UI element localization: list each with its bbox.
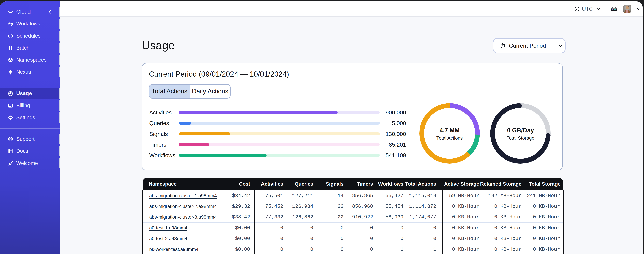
svg-text:4.7 MM: 4.7 MM	[440, 127, 460, 134]
svg-text:0 GB/Day: 0 GB/Day	[507, 127, 534, 134]
svg-text:Total Storage: Total Storage	[507, 136, 534, 140]
svg-text:Total Actions: Total Actions	[436, 136, 463, 140]
